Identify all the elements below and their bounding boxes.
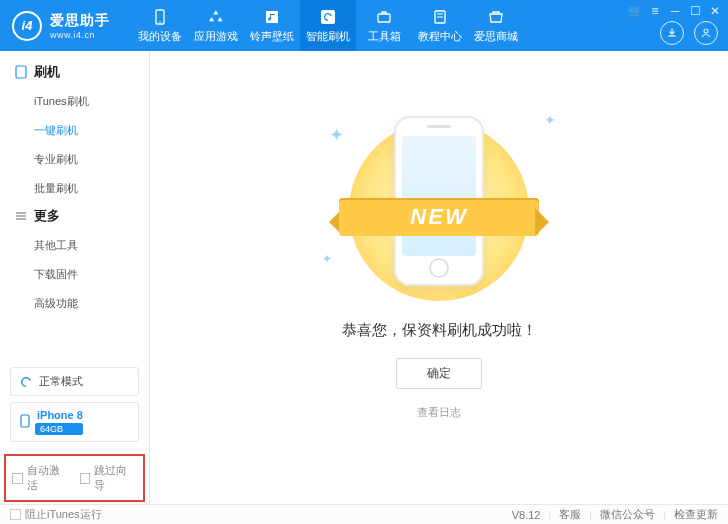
chk-skip-guide[interactable]: 跳过向导 (80, 463, 138, 493)
status-mode[interactable]: 正常模式 (10, 367, 139, 396)
hamburger-icon (14, 209, 28, 223)
music-icon (263, 8, 281, 26)
header-right (660, 21, 718, 45)
device-icon (19, 414, 31, 430)
body: 刷机 iTunes刷机 一键刷机 专业刷机 批量刷机 更多 其他工具 下载固件 … (0, 51, 728, 504)
window-controls: 🛒 ≡ ─ ☐ ✕ (628, 4, 722, 18)
svg-rect-9 (16, 66, 26, 78)
side-item-other-tools[interactable]: 其他工具 (34, 231, 135, 260)
side-item-itunes-flash[interactable]: iTunes刷机 (34, 87, 135, 116)
side-item-advanced[interactable]: 高级功能 (34, 289, 135, 318)
download-icon[interactable] (660, 21, 684, 45)
side-head-flash[interactable]: 刷机 (14, 63, 135, 81)
side-item-pro-flash[interactable]: 专业刷机 (34, 145, 135, 174)
logo-icon: i4 (12, 11, 42, 41)
logo-text: 爱思助手 www.i4.cn (50, 12, 110, 40)
nav-apps[interactable]: 应用游戏 (188, 0, 244, 51)
success-message: 恭喜您，保资料刷机成功啦！ (342, 321, 537, 340)
highlight-options: 自动激活 跳过向导 (4, 454, 145, 502)
nav-bar: 我的设备 应用游戏 铃声壁纸 智能刷机 工具箱 教程中心 爱思商城 (132, 0, 524, 51)
sparkle-icon: ✦ (544, 112, 556, 128)
user-icon[interactable] (694, 21, 718, 45)
success-illustration: ✦ ✦ ✦ NEW (314, 106, 564, 296)
toolbox-icon (375, 8, 393, 26)
sparkle-icon: ✦ (322, 252, 332, 266)
logo-area: i4 爱思助手 www.i4.cn (0, 11, 122, 41)
new-ribbon: NEW (339, 188, 539, 244)
view-log-link[interactable]: 查看日志 (417, 405, 461, 420)
nav-tutorials[interactable]: 教程中心 (412, 0, 468, 51)
nav-ringtones[interactable]: 铃声壁纸 (244, 0, 300, 51)
nav-toolbox[interactable]: 工具箱 (356, 0, 412, 51)
side-item-oneclick-flash[interactable]: 一键刷机 (34, 116, 135, 145)
side-head-more[interactable]: 更多 (14, 207, 135, 225)
sparkle-icon: ✦ (329, 124, 344, 146)
svg-rect-2 (266, 11, 278, 23)
version-label: V8.12 (512, 509, 541, 521)
main-panel: ✦ ✦ ✦ NEW 恭喜您，保资料刷机成功啦！ 确定 查看日志 (150, 51, 728, 504)
device-name: iPhone 8 (37, 409, 83, 421)
nav-my-device[interactable]: 我的设备 (132, 0, 188, 51)
side-item-download-firmware[interactable]: 下载固件 (34, 260, 135, 289)
svg-point-8 (704, 29, 708, 33)
chk-auto-activate[interactable]: 自动激活 (12, 463, 70, 493)
brand-name: 爱思助手 (50, 12, 110, 30)
side-item-batch-flash[interactable]: 批量刷机 (34, 174, 135, 203)
sync-icon (19, 375, 33, 389)
device-row[interactable]: iPhone 8 64GB (10, 402, 139, 442)
nav-store[interactable]: 爱思商城 (468, 0, 524, 51)
phone-icon (151, 8, 169, 26)
cart-icon[interactable]: 🛒 (628, 4, 642, 18)
brand-url: www.i4.cn (50, 30, 110, 40)
svg-rect-13 (21, 415, 29, 427)
apps-icon (207, 8, 225, 26)
maximize-icon[interactable]: ☐ (688, 4, 702, 18)
storage-badge: 64GB (35, 423, 83, 435)
menu-icon[interactable]: ≡ (648, 4, 662, 18)
side-group-flash: 刷机 iTunes刷机 一键刷机 专业刷机 批量刷机 (0, 63, 149, 207)
book-icon (431, 8, 449, 26)
ok-button[interactable]: 确定 (396, 358, 482, 389)
sidebar: 刷机 iTunes刷机 一键刷机 专业刷机 批量刷机 更多 其他工具 下载固件 … (0, 51, 150, 504)
status-block: 正常模式 iPhone 8 64GB (10, 367, 139, 442)
header: i4 爱思助手 www.i4.cn 我的设备 应用游戏 铃声壁纸 智能刷机 工具… (0, 0, 728, 51)
close-icon[interactable]: ✕ (708, 4, 722, 18)
svg-rect-3 (321, 10, 335, 24)
update-link[interactable]: 检查更新 (674, 507, 718, 522)
wechat-link[interactable]: 微信公众号 (600, 507, 655, 522)
phone-outline-icon (14, 65, 28, 79)
chk-block-itunes[interactable]: 阻止iTunes运行 (10, 507, 102, 522)
side-group-more: 更多 其他工具 下载固件 高级功能 (0, 207, 149, 322)
support-link[interactable]: 客服 (559, 507, 581, 522)
footer: 阻止iTunes运行 V8.12 | 客服 | 微信公众号 | 检查更新 (0, 504, 728, 524)
refresh-icon (319, 8, 337, 26)
svg-point-1 (159, 21, 161, 23)
minimize-icon[interactable]: ─ (668, 4, 682, 18)
nav-flash[interactable]: 智能刷机 (300, 0, 356, 51)
svg-rect-4 (378, 14, 390, 22)
shop-icon (487, 8, 505, 26)
